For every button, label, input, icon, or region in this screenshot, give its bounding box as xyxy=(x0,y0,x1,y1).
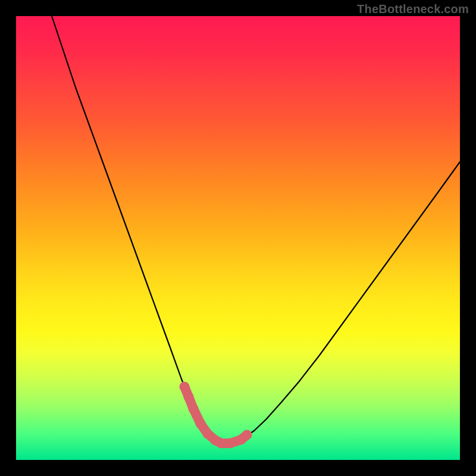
highlight-dot xyxy=(242,430,252,440)
plot-area xyxy=(16,16,460,460)
chart-frame: TheBottleneck.com xyxy=(0,0,476,476)
highlight-dot xyxy=(226,439,236,449)
bottleneck-curve xyxy=(52,16,460,443)
curve-layer xyxy=(16,16,460,460)
highlight-dot xyxy=(180,382,190,392)
highlight-dot xyxy=(196,419,206,429)
highlight-dot xyxy=(184,392,194,402)
highlight-sweet-spot xyxy=(184,387,247,443)
watermark-text: TheBottleneck.com xyxy=(357,2,469,16)
highlight-dot xyxy=(203,429,213,439)
highlight-dot xyxy=(217,439,227,449)
highlight-dot xyxy=(189,404,199,414)
